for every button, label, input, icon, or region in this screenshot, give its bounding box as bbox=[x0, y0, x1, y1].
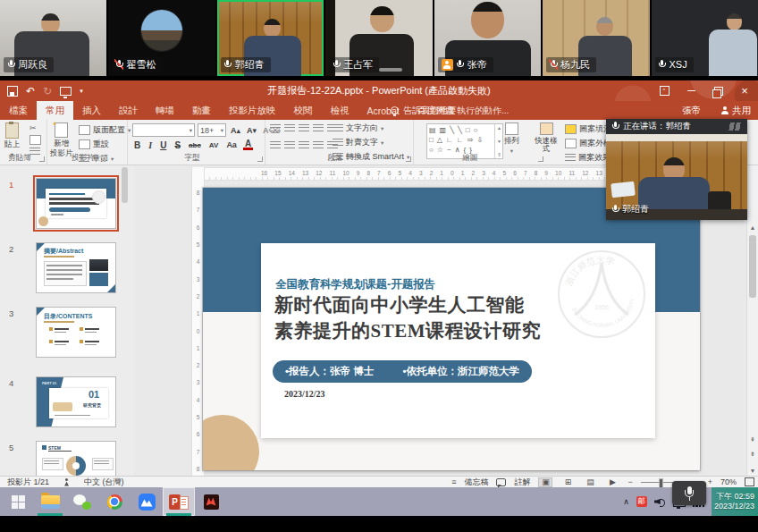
align-text-button[interactable]: 對齊文字▾ bbox=[333, 137, 409, 148]
zoom-percentage[interactable]: 70% bbox=[720, 477, 737, 486]
tab-設計[interactable]: 設計 bbox=[110, 101, 147, 120]
scroll-up-icon[interactable]: ▲ bbox=[747, 224, 758, 231]
shape-icon[interactable]: ∟ bbox=[446, 136, 453, 145]
zoom-in-icon[interactable]: + bbox=[708, 477, 712, 486]
shape-icon[interactable]: △ bbox=[437, 136, 442, 145]
tab-插入[interactable]: 插入 bbox=[73, 101, 110, 120]
editor-vertical-scrollbar[interactable]: ▲ ⇞ ⇟ ▼ bbox=[746, 165, 758, 477]
zoom-out-icon[interactable]: − bbox=[627, 477, 632, 486]
slide-sorter-view-button[interactable]: ⊞ bbox=[560, 477, 575, 487]
dialog-launcher-icon[interactable] bbox=[39, 156, 45, 162]
dialog-launcher-icon[interactable] bbox=[538, 156, 543, 162]
slide-thumbnail-3[interactable]: 目录/CONTENTS bbox=[36, 307, 116, 358]
video-strip-scrollbar[interactable] bbox=[379, 68, 402, 72]
accessibility-icon[interactable] bbox=[63, 478, 70, 486]
notes-button[interactable]: 備忘稿 bbox=[464, 477, 488, 488]
taskbar-app-start[interactable] bbox=[2, 487, 34, 516]
arrange-button[interactable]: 排列 ▾ bbox=[504, 122, 519, 155]
share-button[interactable]: 共用 bbox=[720, 101, 751, 120]
quick-styles-button[interactable]: 快速樣式 bbox=[533, 122, 560, 153]
change-case-button[interactable]: Aa bbox=[224, 140, 239, 149]
shape-icon[interactable]: □ bbox=[429, 136, 434, 145]
reading-view-button[interactable]: ▤ bbox=[583, 477, 597, 487]
scrollbar-thumb[interactable] bbox=[749, 235, 756, 298]
video-tile[interactable]: 周跃良 bbox=[0, 0, 106, 76]
shrink-font-button[interactable]: A▾ bbox=[245, 126, 258, 135]
customize-qat-icon[interactable]: ▾ bbox=[80, 88, 83, 95]
minimize-button[interactable] bbox=[678, 80, 704, 101]
start-presentation-icon[interactable] bbox=[60, 87, 72, 96]
comments-button[interactable]: 註解 bbox=[514, 477, 530, 488]
slide-thumbnail-1[interactable] bbox=[36, 178, 116, 229]
previous-slide-icon[interactable]: ⇞ bbox=[747, 436, 758, 443]
grow-font-button[interactable]: A▴ bbox=[229, 126, 242, 135]
justify-button[interactable] bbox=[313, 141, 324, 150]
video-tile[interactable]: 杨九民 bbox=[543, 0, 649, 76]
ribbon-display-options-button[interactable]: ^ bbox=[651, 80, 678, 101]
numbering-button[interactable] bbox=[284, 124, 295, 133]
shape-icon[interactable]: ⇩ bbox=[476, 136, 483, 145]
align-right-button[interactable] bbox=[299, 141, 309, 150]
shape-icon[interactable]: ╲ bbox=[450, 126, 454, 135]
strikethrough-button[interactable]: S bbox=[173, 140, 182, 150]
tab-檔案[interactable]: 檔案 bbox=[0, 101, 37, 120]
font-name-combobox[interactable]: ▾ bbox=[132, 123, 195, 137]
shape-icon[interactable]: ▥ bbox=[440, 126, 447, 135]
redo-icon[interactable]: ↻ bbox=[43, 87, 52, 96]
tray-expand-icon[interactable]: ∧ bbox=[623, 497, 629, 506]
taskbar-app-explorer[interactable] bbox=[34, 487, 66, 516]
tab-動畫[interactable]: 動畫 bbox=[183, 101, 220, 120]
font-size-combobox[interactable]: 18+▾ bbox=[198, 123, 226, 137]
video-tile[interactable]: 王占军 bbox=[325, 0, 432, 76]
restore-button[interactable] bbox=[704, 80, 731, 101]
shape-icon[interactable]: ⇨ bbox=[467, 136, 474, 145]
video-tile[interactable]: 张帝 bbox=[434, 0, 541, 76]
tab-常用[interactable]: 常用 bbox=[37, 101, 73, 120]
bullets-button[interactable] bbox=[270, 124, 281, 133]
slideshow-view-button[interactable]: ▶ bbox=[605, 477, 619, 487]
floating-mic-widget[interactable] bbox=[672, 481, 706, 505]
align-left-button[interactable] bbox=[270, 141, 281, 150]
cut-button[interactable]: ✂ bbox=[29, 123, 41, 132]
video-tile[interactable]: 翟雪松 bbox=[108, 0, 215, 76]
taskbar-app-powerpoint[interactable]: P bbox=[163, 487, 195, 516]
mail-tray-icon[interactable]: 邮 bbox=[636, 496, 647, 507]
shape-icon[interactable]: □ bbox=[466, 126, 470, 135]
slide-thumbnail-2[interactable]: 摘要/Abstract bbox=[36, 242, 116, 293]
reset-button[interactable]: 重設 bbox=[79, 139, 131, 150]
copy-button[interactable] bbox=[29, 135, 41, 145]
character-spacing-button[interactable]: AV bbox=[207, 141, 221, 149]
language-indicator[interactable]: 中文 (台灣) bbox=[84, 477, 124, 488]
taskbar-app-meeting[interactable] bbox=[131, 487, 163, 516]
text-direction-button[interactable]: 文字方向▾ bbox=[333, 122, 409, 134]
scroll-down-icon[interactable]: ▼ bbox=[747, 468, 758, 474]
tab-檢視[interactable]: 檢視 bbox=[322, 101, 358, 120]
tell-me-box[interactable]: 告訴我您想要執行的動作... bbox=[391, 101, 509, 120]
video-tile[interactable]: XSJ bbox=[652, 0, 758, 76]
underline-button[interactable]: U bbox=[158, 140, 168, 150]
speaker-video-overlay[interactable]: 正在讲话：郭绍青 郭绍青 bbox=[606, 119, 747, 220]
normal-view-button[interactable]: ▣ bbox=[538, 477, 552, 487]
clock[interactable]: 下午 02:59 2023/12/23 bbox=[712, 487, 758, 516]
thumbnail-scrollbar[interactable] bbox=[122, 167, 128, 203]
taskbar-app-acrobat[interactable] bbox=[195, 487, 227, 516]
layout-button[interactable]: 版面配置▾ bbox=[79, 124, 131, 136]
slide-canvas[interactable]: 浙江师范大学 1956 ZHEJIANG NORMAL UNIVERSITY 全… bbox=[203, 188, 700, 470]
shape-icon[interactable]: ╲ bbox=[458, 126, 462, 135]
tab-投影片放映[interactable]: 投影片放映 bbox=[220, 101, 285, 120]
align-center-button[interactable] bbox=[284, 141, 295, 150]
account-name[interactable]: 張帝 bbox=[682, 101, 701, 120]
next-slide-icon[interactable]: ⇟ bbox=[747, 451, 758, 458]
bold-button[interactable]: B bbox=[132, 140, 142, 150]
taskbar-app-chrome[interactable] bbox=[98, 487, 131, 516]
save-icon[interactable] bbox=[7, 86, 18, 97]
font-color-button[interactable]: A bbox=[243, 139, 253, 150]
tab-轉場[interactable]: 轉場 bbox=[147, 101, 183, 120]
close-button[interactable]: × bbox=[731, 80, 758, 101]
tab-校閱[interactable]: 校閱 bbox=[285, 101, 322, 120]
shape-icon[interactable]: ∟ bbox=[457, 136, 464, 145]
italic-button[interactable]: I bbox=[147, 140, 154, 150]
decrease-indent-button[interactable] bbox=[299, 124, 309, 133]
volume-icon[interactable] bbox=[654, 497, 666, 507]
fit-slide-to-window-icon[interactable] bbox=[745, 477, 754, 486]
